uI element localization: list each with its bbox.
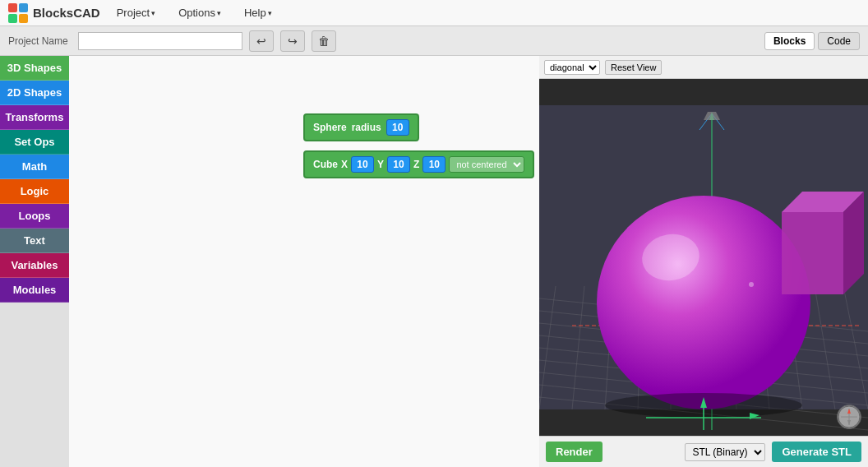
undo-button[interactable]: ↩: [249, 30, 274, 52]
svg-rect-2: [8, 14, 17, 23]
block-canvas[interactable]: Sphere radius 10 Cube X 10 Y 10 Z 10 not…: [69, 56, 539, 467]
cube-x-label: X: [341, 159, 348, 170]
3d-scene[interactable]: [539, 79, 868, 436]
scene-svg: [539, 79, 868, 436]
sidebar-item-set-ops[interactable]: Set Ops: [0, 130, 69, 155]
sphere-block[interactable]: Sphere radius 10: [303, 113, 419, 141]
svg-point-41: [749, 282, 754, 287]
cube-center-dropdown[interactable]: not centered centered: [449, 156, 524, 173]
svg-rect-0: [8, 3, 17, 12]
sphere-radius-value[interactable]: 10: [386, 119, 409, 136]
app-name: BlocksCAD: [33, 6, 100, 20]
compass-control[interactable]: [837, 405, 861, 429]
sidebar-item-variables[interactable]: Variables: [0, 253, 69, 278]
view-toggle: Blocks Code: [764, 32, 860, 50]
project-name-label: Project Name: [8, 35, 68, 47]
sidebar: 3D Shapes 2D Shapes Transforms Set Ops M…: [0, 56, 69, 467]
menu-options[interactable]: Options ▾: [172, 3, 228, 22]
sidebar-item-logic[interactable]: Logic: [0, 179, 69, 204]
view-angle-select[interactable]: diagonal top front side: [544, 60, 600, 75]
generate-stl-button[interactable]: Generate STL: [772, 442, 861, 462]
sidebar-item-math[interactable]: Math: [0, 155, 69, 179]
stl-format-select[interactable]: STL (Binary) STL (ASCII): [685, 443, 765, 461]
svg-rect-1: [19, 3, 28, 12]
project-name-input[interactable]: [78, 32, 242, 50]
app-logo: BlocksCAD: [7, 2, 100, 25]
sphere-radius-label: radius: [352, 122, 381, 133]
cube-block[interactable]: Cube X 10 Y 10 Z 10 not centered centere…: [303, 150, 534, 178]
menu-help[interactable]: Help ▾: [238, 3, 279, 22]
redo-button[interactable]: ↪: [280, 30, 305, 52]
menu-project[interactable]: Project ▾: [110, 3, 162, 22]
cube-block-label: Cube: [313, 159, 338, 170]
options-dropdown-arrow: ▾: [217, 9, 221, 17]
blocks-view-button[interactable]: Blocks: [764, 32, 815, 50]
cube-y-value[interactable]: 10: [387, 156, 410, 173]
svg-rect-3: [19, 14, 28, 23]
sidebar-item-2d-shapes[interactable]: 2D Shapes: [0, 81, 69, 105]
svg-marker-33: [782, 212, 843, 294]
menubar: BlocksCAD Project ▾ Options ▾ Help ▾: [0, 0, 868, 26]
delete-button[interactable]: 🗑: [312, 30, 336, 52]
sidebar-item-modules[interactable]: Modules: [0, 278, 69, 303]
compass-icon: [838, 405, 861, 428]
cube-y-label: Y: [377, 159, 384, 170]
render-button[interactable]: Render: [546, 442, 603, 462]
cube-z-value[interactable]: 10: [422, 156, 446, 173]
logo-icon: [7, 2, 30, 25]
toolbar: Project Name ↩ ↪ 🗑 Blocks Code: [0, 26, 868, 56]
code-view-button[interactable]: Code: [818, 32, 860, 50]
main-area: 3D Shapes 2D Shapes Transforms Set Ops M…: [0, 56, 868, 467]
sidebar-item-3d-shapes[interactable]: 3D Shapes: [0, 56, 69, 81]
sphere-block-label: Sphere: [313, 122, 347, 133]
3d-toolbar: diagonal top front side Reset View: [539, 56, 868, 79]
cube-x-value[interactable]: 10: [351, 156, 374, 173]
project-dropdown-arrow: ▾: [151, 9, 155, 17]
reset-view-button[interactable]: Reset View: [605, 60, 662, 75]
help-dropdown-arrow: ▾: [268, 9, 272, 17]
sidebar-item-loops[interactable]: Loops: [0, 204, 69, 229]
cube-z-label: Z: [413, 159, 419, 170]
3d-bottom-toolbar: Render STL (Binary) STL (ASCII) Generate…: [539, 436, 868, 467]
3d-viewport: diagonal top front side Reset View: [539, 56, 868, 467]
sidebar-item-transforms[interactable]: Transforms: [0, 105, 69, 130]
svg-point-31: [597, 196, 810, 409]
sidebar-item-text[interactable]: Text: [0, 229, 69, 253]
